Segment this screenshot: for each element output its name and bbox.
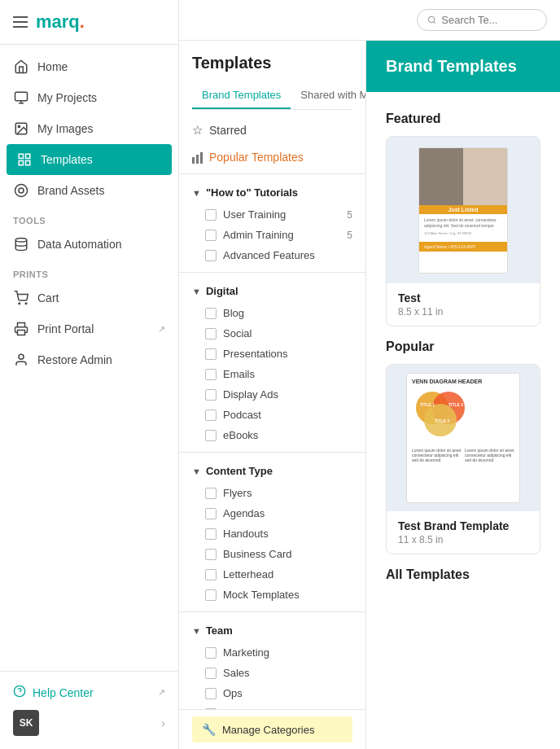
templates-nav: Starred Popular Templates ▼ " — [179, 110, 365, 709]
checkbox-flyers[interactable] — [205, 488, 217, 499]
category-item-podcast[interactable]: Podcast — [179, 405, 365, 425]
advanced-features-label: Advanced Features — [223, 249, 315, 261]
user-avatar-row[interactable]: SK › — [13, 705, 165, 741]
nav-starred[interactable]: Starred — [179, 116, 365, 144]
category-item-support[interactable]: Support — [179, 703, 365, 709]
checkbox-blog[interactable] — [205, 308, 217, 319]
sidebar-item-my-images[interactable]: My Images — [0, 113, 178, 144]
tab-brand-templates[interactable]: Brand Templates — [192, 82, 291, 109]
checkbox-podcast[interactable] — [205, 410, 217, 421]
popular-template-card[interactable]: VENN DIAGRAM HEADER TITLE 1 TITLE 2 TITL… — [386, 364, 540, 554]
category-content-type-header[interactable]: ▼ Content Type — [179, 459, 365, 483]
handouts-label: Handouts — [223, 528, 269, 540]
category-how-to-header[interactable]: ▼ "How to" Tutorials — [179, 181, 365, 204]
presentations-label: Presentations — [223, 348, 288, 360]
checkbox-business-card[interactable] — [205, 549, 217, 560]
category-item-presentations[interactable]: Presentations — [179, 344, 365, 364]
sidebar-item-data-automation[interactable]: Data Automation — [0, 229, 178, 260]
sidebar-item-home[interactable]: Home — [0, 51, 178, 82]
category-item-advanced-features[interactable]: Advanced Features — [179, 245, 365, 265]
svg-point-13 — [19, 354, 24, 359]
checkbox-advanced-features[interactable] — [205, 250, 217, 261]
user-training-label: User Training — [223, 208, 286, 221]
checkbox-emails[interactable] — [205, 369, 217, 380]
hamburger-menu[interactable] — [13, 16, 28, 28]
content-type-label: Content Type — [206, 465, 273, 477]
just-listed-tag: Just Listed — [419, 205, 507, 214]
svg-rect-0 — [15, 92, 28, 101]
checkbox-social[interactable] — [205, 328, 217, 339]
automation-icon — [13, 236, 29, 252]
templates-label: Templates — [41, 153, 93, 166]
category-item-flyers[interactable]: Flyers — [179, 483, 365, 503]
checkbox-admin-training[interactable] — [205, 230, 217, 241]
sidebar-item-restore-admin[interactable]: Restore Admin — [0, 344, 178, 375]
manage-categories-button[interactable]: 🔧 Manage Categories — [192, 716, 352, 742]
category-item-emails[interactable]: Emails — [179, 364, 365, 384]
sidebar-item-templates[interactable]: Templates — [7, 144, 172, 175]
business-card-label: Business Card — [223, 548, 292, 560]
collapse-arrow-how-to: ▼ — [192, 188, 201, 198]
svg-point-2 — [18, 125, 20, 127]
help-center-link[interactable]: Help Center ↗ — [13, 680, 165, 705]
search-box[interactable] — [417, 9, 547, 31]
brand-header-banner: Brand Templates — [366, 41, 560, 92]
featured-template-card[interactable]: Just Listed Lorem ipsum dolor sit amet, … — [386, 136, 540, 326]
avatar: SK — [13, 710, 39, 736]
checkbox-sales[interactable] — [205, 668, 217, 679]
checkbox-letterhead[interactable] — [205, 569, 217, 580]
checkbox-agendas[interactable] — [205, 508, 217, 519]
my-projects-label: My Projects — [37, 91, 97, 104]
checkbox-mock-templates[interactable] — [205, 589, 217, 601]
digital-label: Digital — [206, 285, 238, 297]
category-item-sales[interactable]: Sales — [179, 663, 365, 683]
search-input[interactable] — [441, 14, 536, 26]
sidebar-item-brand-assets[interactable]: Brand Assets — [0, 175, 178, 206]
category-item-marketing[interactable]: Marketing — [179, 642, 365, 663]
my-images-label: My Images — [37, 122, 93, 135]
checkbox-handouts[interactable] — [205, 528, 217, 540]
category-item-blog[interactable]: Blog — [179, 303, 365, 323]
images-icon — [13, 120, 29, 137]
tabs-row: Brand Templates Shared with Me Personal … — [192, 82, 352, 110]
venn-title: VENN DIAGRAM HEADER — [412, 379, 514, 384]
how-to-label: "How to" Tutorials — [206, 186, 298, 199]
team-label: Team — [206, 624, 233, 637]
checkbox-marketing[interactable] — [205, 647, 217, 659]
popular-templates-label: Popular Templates — [209, 151, 304, 164]
checkbox-presentations[interactable] — [205, 348, 217, 360]
emails-label: Emails — [223, 368, 255, 380]
category-item-ops[interactable]: Ops — [179, 683, 365, 703]
checkbox-user-training[interactable] — [205, 209, 217, 221]
tab-shared[interactable]: Shared with Me — [291, 82, 366, 109]
category-item-user-training[interactable]: User Training 5 — [179, 204, 365, 225]
category-item-letterhead[interactable]: Letterhead — [179, 564, 365, 585]
svg-rect-12 — [18, 331, 25, 335]
category-item-mock-templates[interactable]: Mock Templates — [179, 585, 365, 605]
nav-popular-templates[interactable]: Popular Templates — [179, 144, 365, 170]
checkbox-ebooks[interactable] — [205, 430, 217, 441]
category-team-header[interactable]: ▼ Team — [179, 619, 365, 642]
featured-template-thumb: Just Listed Lorem ipsum dolor sit amet, … — [387, 137, 540, 283]
sidebar-item-my-projects[interactable]: My Projects — [0, 82, 178, 113]
category-item-ebooks[interactable]: eBooks — [179, 425, 365, 445]
category-item-social[interactable]: Social — [179, 323, 365, 344]
sidebar-item-print-portal[interactable]: Print Portal ↗ — [0, 313, 178, 344]
sidebar-item-cart[interactable]: Cart — [0, 283, 178, 313]
category-digital-header[interactable]: ▼ Digital — [179, 279, 365, 303]
collapse-arrow-team: ▼ — [192, 626, 201, 636]
category-item-business-card[interactable]: Business Card — [179, 544, 365, 564]
sidebar: marq. Home My Projects My Images — [0, 0, 179, 749]
starred-label: Starred — [209, 124, 247, 137]
help-external-icon: ↗ — [158, 687, 165, 698]
category-item-display-ads[interactable]: Display Ads — [179, 384, 365, 405]
checkbox-display-ads[interactable] — [205, 389, 217, 401]
category-item-handouts[interactable]: Handouts — [179, 523, 365, 544]
app-logo: marq. — [36, 11, 85, 33]
restore-admin-label: Restore Admin — [37, 353, 112, 366]
category-item-agendas[interactable]: Agendas — [179, 503, 365, 523]
category-team: ▼ Team Marketing Sales Ops — [179, 615, 365, 709]
category-item-admin-training[interactable]: Admin Training 5 — [179, 225, 365, 245]
checkbox-ops[interactable] — [205, 688, 217, 699]
templates-content: Featured Just Listed Lorem ipsum dolor s… — [366, 92, 560, 605]
